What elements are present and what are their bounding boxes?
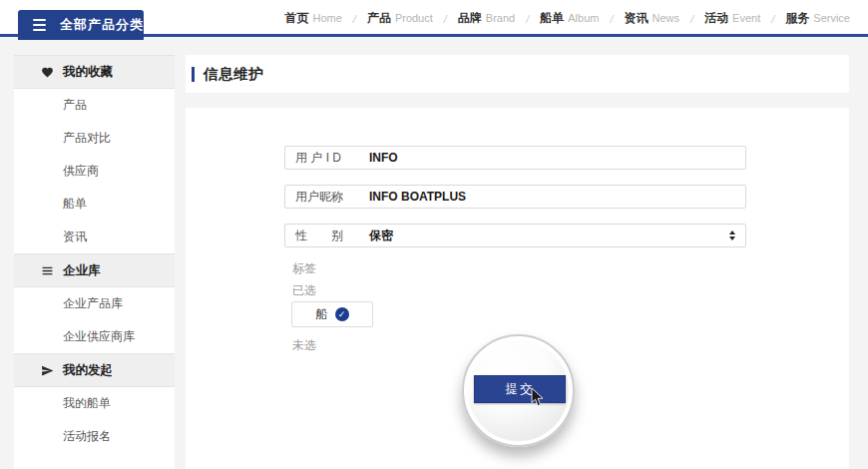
sidebar-section-favorites[interactable]: 我的收藏 — [14, 55, 175, 89]
sidebar-section-title: 我的收藏 — [63, 64, 113, 81]
sidebar-section-title: 我的发起 — [63, 362, 113, 379]
title-accent-bar — [192, 67, 195, 82]
top-header: 全部产品分类 首页 Home / 产品 Product / 品牌 Brand /… — [0, 0, 868, 37]
nav-separator: / — [610, 13, 613, 25]
field-label: 用 户 I D — [295, 150, 357, 167]
main-panel: 用 户 I D INFO 用户昵称 INFO BOATPLUS 性 别 保密 标… — [186, 108, 849, 469]
nav-item-brand[interactable]: 品牌 Brand — [458, 10, 515, 27]
all-categories-button[interactable]: 全部产品分类 — [18, 10, 144, 40]
tag-chip-boat[interactable]: 船 ✓ — [291, 301, 373, 327]
nav-item-product[interactable]: 产品 Product — [367, 10, 433, 27]
tag-chip-label: 船 — [316, 306, 328, 323]
sidebar-item-product-compare[interactable]: 产品对比 — [14, 122, 175, 155]
sidebar-section-my-initiations[interactable]: 我的发起 — [14, 353, 175, 387]
field-value: 保密 — [369, 228, 393, 244]
list-icon — [40, 263, 54, 277]
top-nav: 首页 Home / 产品 Product / 品牌 Brand / 船单 Alb… — [284, 0, 850, 37]
nav-separator: / — [771, 13, 774, 25]
field-label: 用户昵称 — [295, 189, 357, 206]
nav-item-service[interactable]: 服务 Service — [785, 10, 850, 27]
nav-separator: / — [444, 13, 447, 25]
unselected-label: 未选 — [292, 339, 316, 351]
paper-plane-icon — [40, 363, 54, 377]
sidebar-item-enterprise-products[interactable]: 企业产品库 — [14, 287, 175, 320]
submit-button[interactable]: 提交 — [474, 375, 566, 403]
hamburger-icon — [33, 19, 46, 31]
field-nickname[interactable]: 用户昵称 INFO BOATPLUS — [284, 185, 746, 209]
field-gender-select[interactable]: 性 别 保密 — [284, 224, 746, 247]
heart-icon — [40, 65, 54, 79]
sidebar-item-my-boat-list[interactable]: 我的船单 — [14, 387, 175, 420]
tags-label: 标签 — [292, 262, 316, 274]
nav-separator: / — [690, 13, 693, 25]
sidebar-item-event-registration[interactable]: 活动报名 — [14, 420, 175, 453]
nav-item-album[interactable]: 船单 Album — [540, 10, 599, 27]
page-title: 信息维护 — [204, 65, 263, 84]
sidebar-section-title: 企业库 — [63, 262, 101, 279]
selected-label: 已选 — [292, 284, 316, 296]
nav-item-event[interactable]: 活动 Event — [704, 10, 760, 27]
all-categories-label: 全部产品分类 — [60, 16, 144, 34]
field-value: INFO BOATPLUS — [369, 190, 466, 204]
nav-separator: / — [526, 13, 529, 25]
sidebar-section-enterprise[interactable]: 企业库 — [14, 253, 175, 287]
app: 全部产品分类 首页 Home / 产品 Product / 品牌 Brand /… — [0, 0, 868, 469]
nav-separator: / — [353, 13, 356, 25]
sidebar: 我的收藏 产品 产品对比 供应商 船单 资讯 企业库 企业产品库 企业供应商库 … — [14, 55, 175, 469]
sidebar-item-products[interactable]: 产品 — [14, 89, 175, 122]
field-value: INFO — [369, 151, 398, 165]
page-title-bar: 信息维护 — [186, 55, 849, 93]
nav-item-news[interactable]: 资讯 News — [625, 10, 680, 27]
check-circle-icon: ✓ — [335, 307, 349, 321]
sidebar-item-boat-list[interactable]: 船单 — [14, 188, 175, 221]
select-arrows-icon — [729, 231, 735, 240]
sidebar-item-enterprise-suppliers[interactable]: 企业供应商库 — [14, 320, 175, 353]
sidebar-item-suppliers[interactable]: 供应商 — [14, 155, 175, 188]
field-label: 性 别 — [295, 228, 357, 244]
nav-item-home[interactable]: 首页 Home — [284, 10, 341, 27]
sidebar-item-news[interactable]: 资讯 — [14, 221, 175, 253]
field-user-id[interactable]: 用 户 I D INFO — [284, 146, 746, 170]
